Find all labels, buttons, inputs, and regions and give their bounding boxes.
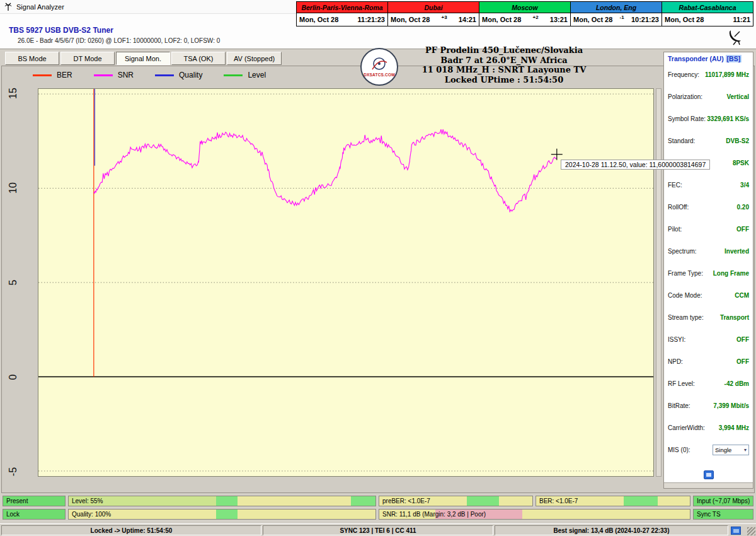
y-tick-neg5: -5 — [8, 462, 19, 481]
av-button[interactable]: AV (Stopped) — [227, 52, 282, 65]
y-tick-15: 15 — [8, 84, 19, 103]
status-bar: Locked -> Uptime: 51:54:50 SYNC 123 | TE… — [0, 523, 756, 536]
titlebar: Signal Analyzer — [0, 0, 296, 14]
clock-time: 13:21 — [550, 16, 568, 23]
input-indicator: Input (~7,07 Mbps) — [693, 496, 753, 506]
logo-art-icon — [370, 57, 389, 72]
transponder-row-frametype: Frame Type:Long Frame — [664, 262, 753, 284]
world-clocks: Berlin-Paris-Vienna-Roma Mon, Oct 2811:2… — [296, 1, 753, 26]
y-tick-0: 0 — [8, 368, 19, 387]
clock-moscow: Moscow Mon, Oct 28+213:21 — [479, 1, 571, 26]
transponder-row-polarization: Polarization:Vertical — [664, 86, 753, 108]
clock-date: Mon, Oct 28 — [573, 16, 612, 23]
clock-rabat: Rabat-Casablanca Mon, Oct 2811:21 — [662, 1, 753, 26]
legend-ber: BER — [33, 71, 72, 79]
site-header-line1: PF Prodelin 450_Lučenec/Slovakia — [378, 45, 630, 55]
status-uptime: Locked -> Uptime: 51:54:50 — [1, 525, 261, 535]
panel-tool-icon[interactable] — [704, 470, 714, 479]
quality-meter: Quality: 100% — [68, 509, 376, 520]
sync-ts-indicator: Sync TS — [693, 509, 753, 520]
tsa-button[interactable]: TSA (OK) — [171, 52, 226, 65]
transponder-row-pilot: Pilot:OFF — [664, 218, 753, 240]
transponder-row-issyi: ISSYI:OFF — [664, 329, 753, 351]
status-sync-counters: SYNC 123 | TEI 6 | CC 411 — [263, 525, 493, 535]
satellite-dish-icon — [726, 28, 745, 48]
bs-mode-button[interactable]: BS Mode — [5, 52, 59, 65]
mis-dropdown[interactable]: Single▾ — [713, 445, 749, 455]
status-best-signal: Best signal: 13,4 dB (2024-10-27 22:33) — [495, 525, 728, 535]
clock-time: 11:21:23 — [358, 16, 385, 23]
clock-date: Mon, Oct 28 — [391, 16, 430, 23]
clock-date: Mon, Oct 28 — [665, 16, 704, 23]
transponder-row-rflevel: RF Level:-42 dBm — [664, 373, 753, 395]
lock-indicator: Lock — [3, 509, 66, 520]
utc-offset: +2 — [533, 15, 539, 20]
clock-date: Mon, Oct 28 — [299, 16, 338, 23]
window-title: Signal Analyzer — [16, 3, 64, 11]
logo-text: DXSATCS.COM — [364, 73, 395, 77]
transponder-row-fec: FEC:3/4 — [664, 174, 753, 196]
resize-grip[interactable] — [747, 527, 755, 535]
clock-berlin: Berlin-Paris-Vienna-Roma Mon, Oct 2811:2… — [296, 1, 388, 26]
chart-legend: BER SNR Quality Level — [33, 71, 266, 79]
y-tick-10: 10 — [8, 178, 19, 197]
utc-offset: +3 — [442, 15, 447, 20]
chevron-down-icon: ▾ — [744, 447, 747, 453]
signal-chart[interactable] — [38, 88, 654, 477]
bs-badge: [BS] — [726, 55, 742, 62]
clock-time: 10:21:23 — [631, 16, 659, 23]
legend-level: Level — [224, 71, 266, 79]
signal-mon-button[interactable]: Signal Mon. — [116, 52, 170, 65]
present-indicator: Present — [3, 496, 66, 506]
site-header-line4: Locked UPtime : 51:54:50 — [378, 75, 630, 85]
utc-offset: -1 — [620, 15, 624, 20]
transponder-row-carrierwidth: CarrierWidth:3,994 MHz — [664, 417, 753, 439]
level-line-swatch — [224, 74, 243, 76]
panel-footer — [664, 470, 753, 479]
ber-line-swatch — [33, 74, 52, 76]
clock-time: 11:21 — [733, 16, 750, 23]
snr-line-swatch — [94, 74, 113, 76]
transponder-panel: Transponder (AU) [BS] Frequency:11017,89… — [663, 52, 753, 489]
transponder-row-mis: MIS (0): Single▾ — [664, 439, 753, 461]
chart-vertical-scrollbar[interactable] — [656, 88, 662, 477]
snr-meter: SNR: 11,1 dB (Margin: 3,2 dB | Poor) — [379, 509, 690, 520]
quality-line-swatch — [155, 74, 174, 76]
dxsatcs-logo: DXSATCS.COM — [360, 48, 398, 86]
ber-meter: BER: <1.0E-7 — [536, 496, 690, 506]
preber-meter: preBER: <1.0E-7 — [379, 496, 533, 506]
transponder-row-spectrum: Spectrum:Inverted — [664, 240, 753, 262]
transponder-row-rolloff: RollOff:0.20 — [664, 196, 753, 218]
transponder-row-symbolrate: Symbol Rate:3329,691 KS/s — [664, 108, 753, 130]
panel-horizontal-scrollbar[interactable] — [664, 482, 753, 488]
site-header-line2: Badr 7 at 26.0°E_NW Africa — [378, 55, 630, 66]
mode-toolbar: BS Mode DT Mode Signal Mon. TSA (OK) AV … — [5, 52, 282, 65]
tuner-name: TBS 5927 USB DVB-S2 Tuner — [9, 26, 113, 35]
clock-london: London, Eng Mon, Oct 28-110:21:23 — [571, 1, 662, 26]
site-header-line3: 11 018 MHz_H : SNRT Laayoune TV — [378, 65, 630, 75]
tuner-config: 26.0E - Badr 4/5/6/7 (ID: 0260) @ LOF1: … — [18, 37, 220, 44]
clock-time: 14:21 — [459, 16, 476, 23]
transponder-row-codemode: Code Mode:CCM — [664, 284, 753, 306]
transponder-row-npd: NPD:OFF — [664, 351, 753, 373]
status-monitor-icon[interactable] — [731, 527, 741, 535]
app-icon — [4, 3, 13, 11]
legend-quality: Quality — [155, 71, 202, 79]
y-tick-5: 5 — [8, 273, 19, 292]
level-meter: Level: 55% — [68, 496, 376, 506]
transponder-row-streamtype: Stream type:Transport — [664, 306, 753, 329]
chart-canvas[interactable] — [38, 89, 653, 476]
clock-dubai: Dubai Mon, Oct 28+314:21 — [388, 1, 479, 26]
transponder-row-standard: Standard:DVB-S2 — [664, 130, 753, 152]
site-header: PF Prodelin 450_Lučenec/Slovakia Badr 7 … — [378, 45, 630, 84]
dt-mode-button[interactable]: DT Mode — [60, 52, 115, 65]
clock-date: Mon, Oct 28 — [482, 16, 521, 23]
legend-snr: SNR — [94, 71, 134, 79]
transponder-row-bitrate: BitRate:7,399 Mbit/s — [664, 395, 753, 417]
transponder-panel-title: Transponder (AU) [BS] — [664, 52, 753, 64]
transponder-row-frequency: Frequency:11017,899 MHz — [664, 64, 753, 86]
cursor-tooltip: 2024-10-28 11.12.50, value: 11,600000381… — [561, 160, 710, 170]
